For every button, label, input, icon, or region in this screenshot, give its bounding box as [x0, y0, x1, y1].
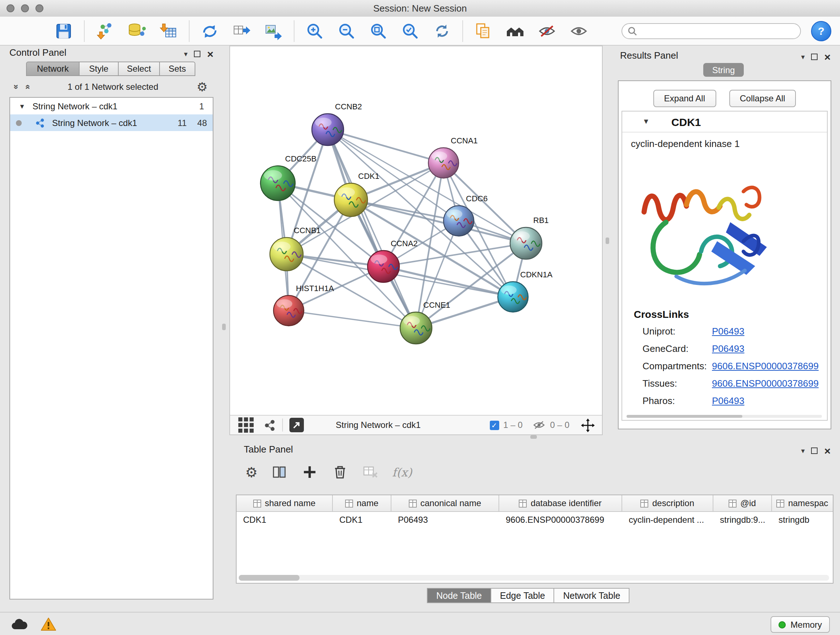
grid-view-icon[interactable] — [237, 416, 255, 434]
left-splitter-handle[interactable] — [222, 324, 226, 330]
collapse-all-button[interactable]: Collapse All — [729, 90, 796, 107]
tab-network-table[interactable]: Network Table — [554, 588, 630, 603]
import-network-database-button[interactable] — [126, 20, 148, 42]
tab-sets[interactable]: Sets — [160, 62, 195, 76]
export-image-button[interactable] — [263, 20, 284, 42]
table-panel-menu-icon[interactable]: ▾ — [801, 447, 805, 454]
node-label-CDK1: CDK1 — [358, 172, 379, 181]
selected-checkbox-icon[interactable]: ✓ — [489, 420, 499, 430]
cell-shared-name[interactable]: CDK1 — [237, 512, 333, 527]
detach-view-icon[interactable] — [289, 418, 304, 432]
results-scrollbar[interactable] — [627, 415, 822, 418]
memory-button[interactable]: Memory — [770, 616, 830, 633]
network-row-selected[interactable]: String Network – cdk1 11 48 — [10, 114, 213, 131]
column-type-icon — [729, 499, 737, 507]
zoom-in-button[interactable] — [304, 20, 325, 42]
tab-node-table[interactable]: Node Table — [427, 588, 491, 603]
import-network-button[interactable] — [94, 20, 116, 42]
gene-disclosure-icon[interactable]: ▼ — [643, 118, 650, 125]
show-columns-icon[interactable] — [271, 463, 288, 481]
genecard-link[interactable]: P06493 — [712, 343, 819, 354]
expand-all-networks-icon[interactable]: » — [12, 84, 21, 89]
results-panel-float-icon[interactable] — [811, 54, 818, 60]
cell-canonical-name[interactable]: P06493 — [392, 512, 499, 527]
tab-edge-table[interactable]: Edge Table — [491, 588, 554, 603]
pan-crosshair-icon[interactable] — [581, 418, 595, 432]
cell-database-identifier[interactable]: 9606.ENSP00000378699 — [499, 512, 622, 527]
cell-description[interactable]: cyclin-dependent ... — [622, 512, 714, 527]
search-icon — [627, 26, 638, 36]
edge-count: 48 — [193, 118, 207, 128]
control-panel-float-icon[interactable] — [194, 51, 201, 57]
zoom-out-button[interactable] — [336, 20, 357, 42]
delete-table-icon-disabled — [362, 463, 379, 481]
cell-name[interactable]: CDK1 — [333, 512, 392, 527]
open-folder-button[interactable] — [21, 20, 43, 42]
tab-style[interactable]: Style — [80, 62, 118, 76]
help-button[interactable]: ? — [811, 21, 831, 41]
column-header[interactable]: name — [333, 495, 392, 511]
collapse-all-networks-icon[interactable]: » — [22, 84, 31, 89]
gene-description: cyclin-dependent kinase 1 — [631, 138, 827, 149]
birdseye-share-icon[interactable] — [264, 419, 276, 431]
tab-select[interactable]: Select — [118, 62, 160, 76]
compartments-link[interactable]: 9606.ENSP00000378699 — [712, 361, 819, 371]
zoom-selected-button[interactable] — [399, 20, 421, 42]
tab-network[interactable]: Network — [26, 62, 80, 76]
results-panel-close-icon[interactable]: × — [824, 51, 831, 62]
network-options-gear-icon[interactable]: ⚙ — [197, 81, 208, 93]
search-input[interactable] — [622, 23, 801, 39]
table-row[interactable]: CDK1 CDK1 P06493 9606.ENSP00000378699 cy… — [237, 512, 833, 527]
cloud-icon[interactable] — [10, 617, 29, 631]
column-header[interactable]: shared name — [237, 495, 333, 511]
control-panel-title: Control Panel — [9, 47, 66, 58]
control-panel-tabs: Network Style Select Sets — [26, 62, 195, 76]
expand-all-button[interactable]: Expand All — [653, 90, 716, 107]
duplicate-style-button[interactable] — [472, 20, 494, 42]
uniprot-link[interactable]: P06493 — [712, 326, 819, 337]
control-panel-menu-icon[interactable]: ▾ — [184, 50, 187, 57]
refresh-button[interactable] — [431, 20, 453, 42]
zoom-fit-button[interactable] — [368, 20, 389, 42]
column-header[interactable]: database identifier — [499, 495, 622, 511]
cell-at-id[interactable]: stringdb:9... — [714, 512, 772, 527]
hide-selected-button[interactable] — [536, 20, 558, 42]
column-header[interactable]: canonical name — [392, 495, 499, 511]
table-settings-gear-icon[interactable]: ⚙ — [245, 465, 257, 479]
cell-namespace[interactable]: stringdb — [772, 512, 833, 527]
add-column-icon[interactable] — [301, 463, 318, 481]
table-panel-float-icon[interactable] — [811, 448, 818, 454]
results-tab-string[interactable]: String — [703, 63, 744, 77]
import-table-button[interactable] — [158, 20, 180, 42]
show-all-button[interactable] — [568, 20, 590, 42]
network-canvas[interactable]: CCNB2CCNA1CDC25BCDK1CDC6RB1CCNB1CCNA2CDK… — [230, 46, 602, 415]
column-header[interactable]: namespac — [772, 495, 833, 511]
export-network-button[interactable] — [231, 20, 253, 42]
delete-column-trash-icon[interactable] — [332, 463, 349, 481]
save-session-button[interactable] — [53, 20, 74, 42]
table-panel-title: Table Panel — [244, 444, 293, 455]
collection-disclosure-icon[interactable]: ▼ — [19, 103, 25, 110]
string-network-graph[interactable]: CCNB2CCNA1CDC25BCDK1CDC6RB1CCNB1CCNA2CDK… — [230, 46, 602, 415]
tissues-link[interactable]: 9606.ENSP00000378699 — [712, 378, 819, 389]
crosslink-label: Pharos: — [643, 395, 712, 406]
home-button[interactable] — [504, 20, 526, 42]
network-collection-row[interactable]: ▼ String Network – cdk1 1 — [10, 98, 213, 114]
results-panel-menu-icon[interactable]: ▾ — [801, 53, 805, 60]
column-type-icon — [641, 499, 649, 507]
warning-icon[interactable] — [41, 617, 57, 631]
table-horizontal-scrollbar[interactable] — [239, 575, 829, 581]
crosslink-label: Tissues: — [643, 378, 712, 389]
node-label-CCNA2: CCNA2 — [391, 239, 418, 248]
column-type-icon — [777, 499, 785, 507]
column-header[interactable]: @id — [714, 495, 772, 511]
function-builder-icon[interactable]: f(x) — [392, 465, 412, 479]
column-header[interactable]: description — [622, 495, 714, 511]
control-panel-close-icon[interactable]: × — [207, 49, 213, 59]
right-splitter-handle[interactable] — [606, 238, 609, 244]
pharos-link[interactable]: P06493 — [712, 395, 819, 406]
clone-network-button[interactable] — [199, 20, 221, 42]
table-panel-close-icon[interactable]: × — [824, 445, 831, 456]
bottom-splitter-handle[interactable] — [531, 435, 537, 439]
node-label-HIST1H1A: HIST1H1A — [296, 284, 334, 293]
